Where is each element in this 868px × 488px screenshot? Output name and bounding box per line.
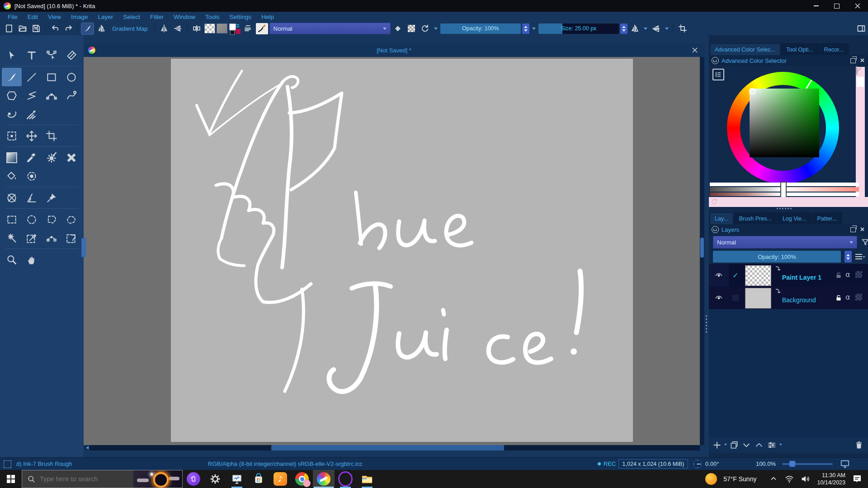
horizontal-scroll-handle[interactable]	[271, 445, 504, 450]
tool-ellipse[interactable]	[61, 68, 81, 86]
tool-rectangle[interactable]	[42, 68, 61, 86]
layer-visibility-toggle[interactable]	[709, 286, 729, 309]
inherit-alpha-icon[interactable]	[855, 294, 862, 300]
menu-filter[interactable]: Filter	[145, 14, 169, 20]
taskbar-settings[interactable]	[204, 470, 226, 488]
menu-window[interactable]: Window	[169, 14, 200, 20]
horizontal-mirror-tool-button[interactable]	[629, 23, 641, 34]
volume-icon[interactable]	[801, 474, 811, 484]
tool-text[interactable]	[22, 46, 42, 65]
tool-select-shapes[interactable]	[2, 46, 22, 65]
save-button[interactable]	[30, 23, 42, 34]
opacity-spinner[interactable]	[522, 23, 529, 34]
scroll-left-button[interactable]	[84, 445, 90, 450]
menu-view[interactable]: View	[43, 14, 66, 20]
rotation-angle-value[interactable]: 0.00°	[705, 460, 719, 467]
taskbar-your-phone[interactable]	[183, 470, 204, 488]
brush-editor-button[interactable]	[256, 23, 268, 34]
tool-color-sampler[interactable]	[22, 148, 42, 167]
dock-lock-icon[interactable]	[712, 57, 719, 64]
menu-settings[interactable]: Settings	[224, 14, 256, 20]
layer-checkbox[interactable]: ✓	[729, 264, 742, 286]
start-button[interactable]	[0, 470, 22, 488]
eraser-mode-button[interactable]	[392, 23, 404, 34]
tool-crop[interactable]	[42, 127, 61, 145]
tool-zoom[interactable]	[2, 250, 22, 269]
lock-icon[interactable]	[835, 271, 843, 279]
tool-freehand-select[interactable]	[61, 210, 81, 229]
taskbar-file-explorer[interactable]	[356, 470, 378, 488]
layer-thumbnail[interactable]	[745, 288, 771, 309]
minimize-button[interactable]	[806, 0, 826, 12]
add-layer-dropdown-arrow[interactable]	[724, 444, 727, 447]
last-color-row[interactable]	[709, 197, 868, 207]
delete-layer-button[interactable]	[854, 441, 863, 450]
taskbar-clock[interactable]: 11:30 AM 10/14/2023	[817, 472, 845, 487]
tab-recorder[interactable]: Recor...	[819, 43, 849, 56]
tool-assistants[interactable]	[2, 188, 22, 207]
close-dock-icon[interactable]: ×	[860, 58, 864, 63]
dock-resize-grip[interactable]	[777, 208, 792, 209]
taskbar-chrome[interactable]	[291, 470, 313, 488]
layer-row-background[interactable]: Background α	[709, 286, 868, 309]
taskbar-microsoft-store[interactable]	[248, 470, 269, 488]
fit-screen-icon[interactable]	[840, 459, 850, 469]
move-layer-down-button[interactable]	[741, 441, 751, 450]
close-document-icon[interactable]	[692, 47, 698, 53]
tool-freehand-path[interactable]	[61, 86, 81, 105]
layer-options-button[interactable]	[855, 254, 865, 259]
tool-multibrush[interactable]	[22, 105, 42, 123]
shade-strip-marker[interactable]	[780, 182, 787, 198]
tool-enclose-fill[interactable]	[22, 167, 42, 185]
brush-option-button[interactable]	[242, 23, 255, 34]
float-dock-icon[interactable]	[850, 58, 856, 63]
weather-text[interactable]: 57°F Sunny	[723, 475, 756, 483]
zoom-level-value[interactable]: 100.0%	[749, 460, 776, 467]
tool-smart-patch[interactable]	[42, 148, 61, 167]
vertical-mirror-dropdown-arrow[interactable]	[665, 28, 669, 32]
maximize-button[interactable]	[826, 0, 847, 12]
blending-mode-dropdown[interactable]: Normal	[269, 23, 391, 34]
menu-select[interactable]: Select	[118, 14, 145, 20]
tab-patterns[interactable]: Patter...	[812, 212, 842, 225]
tab-advanced-color-selector[interactable]: Advanced Color Selec...	[710, 43, 780, 56]
zoom-slider-handle[interactable]	[789, 461, 795, 467]
taskbar-krita-active[interactable]	[313, 470, 335, 488]
size-slider[interactable]: Size: 25.00 px	[538, 23, 619, 34]
opacity-slider[interactable]: Opacity: 100%	[440, 23, 521, 34]
tool-polygon-select[interactable]	[42, 210, 61, 229]
tool-rect-select[interactable]	[2, 210, 22, 229]
canvas-left-scroll-handle[interactable]	[84, 238, 86, 258]
layer-thumbnail[interactable]	[745, 265, 771, 286]
layer-opacity-spinner[interactable]	[844, 251, 852, 263]
canvas-image[interactable]	[171, 59, 633, 442]
tool-color-select[interactable]	[22, 229, 42, 247]
horizontal-scrollbar[interactable]	[84, 445, 700, 450]
gradient-map-label[interactable]: Gradient Map	[108, 25, 151, 32]
brush-preset-button[interactable]	[81, 23, 94, 34]
brush-preset-name[interactable]: d) Ink-7 Brush Rough	[16, 460, 72, 467]
tool-calligraphy[interactable]	[61, 46, 81, 65]
move-layer-up-button[interactable]	[754, 441, 764, 450]
tool-line[interactable]	[22, 68, 42, 86]
reload-preset-button[interactable]	[419, 23, 431, 34]
layer-opacity-slider[interactable]: Opacity: 100%	[713, 251, 841, 263]
lock-icon[interactable]	[835, 294, 843, 302]
search-input[interactable]	[39, 475, 122, 483]
tab-layers[interactable]: Lay...	[710, 212, 733, 225]
inherit-alpha-icon[interactable]	[855, 271, 862, 278]
history-swatch-white[interactable]	[857, 77, 864, 87]
tool-polyline[interactable]	[22, 86, 42, 105]
choose-workspace-button[interactable]	[855, 23, 867, 34]
layer-visibility-toggle[interactable]	[709, 264, 729, 286]
document-tab-title[interactable]: [Not Saved] *	[84, 47, 704, 54]
menu-layer[interactable]: Layer	[93, 14, 118, 20]
mirror-horizontal-button[interactable]	[158, 23, 170, 34]
alpha-lock-icon[interactable]: α	[845, 270, 850, 279]
eclipse-highlight-image[interactable]	[133, 470, 182, 488]
gradient-chooser-swatch[interactable]	[204, 23, 215, 33]
properties-dropdown-arrow[interactable]	[779, 444, 782, 447]
tool-edit-shapes[interactable]	[42, 46, 61, 65]
viewport[interactable]	[84, 57, 704, 445]
color-history-strip[interactable]	[856, 67, 865, 198]
